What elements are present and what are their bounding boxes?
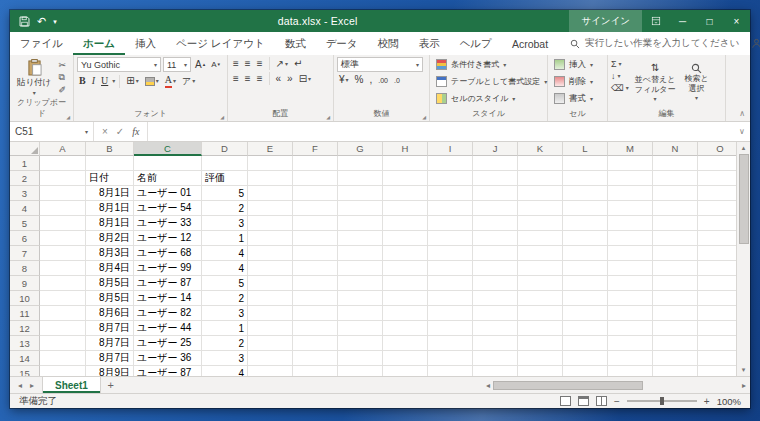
cell-J6[interactable]	[473, 231, 518, 246]
bold-icon[interactable]: B	[77, 75, 88, 87]
sheet-tab-Sheet1[interactable]: Sheet1	[42, 377, 101, 393]
cell-A15[interactable]	[40, 366, 86, 376]
cell-N12[interactable]	[653, 321, 698, 336]
maximize-button[interactable]: □	[696, 10, 723, 32]
align-top-icon[interactable]: ≡	[231, 58, 241, 70]
cell-N10[interactable]	[653, 291, 698, 306]
fill-color-icon[interactable]: ▾	[143, 76, 161, 87]
ribbon-display-options-button[interactable]	[642, 10, 669, 32]
cell-E3[interactable]	[248, 186, 293, 201]
cell-A11[interactable]	[40, 306, 86, 321]
cell-D14[interactable]: 3	[202, 351, 248, 366]
cell-K10[interactable]	[518, 291, 563, 306]
comma-format-icon[interactable]: ,	[367, 74, 374, 86]
font-size-combo[interactable]: 11▾	[163, 57, 191, 72]
cell-K1[interactable]	[518, 156, 563, 171]
cell-F8[interactable]	[293, 261, 338, 276]
formula-bar-expand-icon[interactable]: ∨	[734, 122, 750, 141]
cell-J9[interactable]	[473, 276, 518, 291]
decrease-decimal-icon[interactable]: .0	[392, 76, 402, 85]
row-header-15[interactable]: 15	[10, 366, 40, 376]
cell-M2[interactable]	[608, 171, 653, 186]
scroll-up-icon[interactable]: ▴	[742, 144, 746, 152]
scroll-down-icon[interactable]: ▾	[742, 366, 746, 374]
new-sheet-button[interactable]: +	[101, 377, 121, 393]
copy-icon[interactable]: ⧉	[58, 72, 66, 83]
cell-F2[interactable]	[293, 171, 338, 186]
minimize-button[interactable]: ─	[669, 10, 696, 32]
cell-D3[interactable]: 5	[202, 186, 248, 201]
cell-styles-button[interactable]: セルのスタイル▾	[433, 91, 544, 106]
cell-J8[interactable]	[473, 261, 518, 276]
alignment-dialog-launcher[interactable]: ◢	[326, 114, 330, 120]
cell-H13[interactable]	[383, 336, 428, 351]
cell-N2[interactable]	[653, 171, 698, 186]
font-dialog-launcher[interactable]: ◢	[220, 114, 224, 120]
paste-button[interactable]: 貼り付け ▾	[13, 57, 55, 96]
cell-I9[interactable]	[428, 276, 473, 291]
cell-M5[interactable]	[608, 216, 653, 231]
sort-filter-button[interactable]: ⇅ 並べ替えと フィルター ▾	[632, 57, 679, 107]
cell-A2[interactable]	[40, 171, 86, 186]
cell-A5[interactable]	[40, 216, 86, 231]
cell-J12[interactable]	[473, 321, 518, 336]
cell-K12[interactable]	[518, 321, 563, 336]
cell-B9[interactable]: 8月5日	[86, 276, 134, 291]
insert-function-icon[interactable]: fx	[132, 126, 139, 137]
cell-I7[interactable]	[428, 246, 473, 261]
cell-E9[interactable]	[248, 276, 293, 291]
cell-N1[interactable]	[653, 156, 698, 171]
cell-B8[interactable]: 8月4日	[86, 261, 134, 276]
column-header-D[interactable]: D	[202, 142, 248, 156]
decrease-indent-icon[interactable]: «	[274, 73, 284, 85]
cell-E1[interactable]	[248, 156, 293, 171]
orientation-icon[interactable]: ↗▾	[274, 58, 290, 70]
cell-D1[interactable]	[202, 156, 248, 171]
cell-M6[interactable]	[608, 231, 653, 246]
cell-M7[interactable]	[608, 246, 653, 261]
cell-L6[interactable]	[563, 231, 608, 246]
cell-E4[interactable]	[248, 201, 293, 216]
page-break-view-icon[interactable]	[596, 396, 607, 406]
cell-H10[interactable]	[383, 291, 428, 306]
cell-B3[interactable]: 8月1日	[86, 186, 134, 201]
cell-E11[interactable]	[248, 306, 293, 321]
vertical-scroll-thumb[interactable]	[739, 154, 749, 244]
number-dialog-launcher[interactable]: ◢	[422, 114, 426, 120]
cell-E14[interactable]	[248, 351, 293, 366]
cell-B5[interactable]: 8月1日	[86, 216, 134, 231]
tab-挿入[interactable]: 挿入	[125, 32, 166, 55]
decrease-font-size-icon[interactable]: A▾	[209, 60, 222, 70]
cell-D15[interactable]: 4	[202, 366, 248, 376]
column-header-N[interactable]: N	[653, 142, 698, 156]
cell-O11[interactable]	[698, 306, 736, 321]
cell-C11[interactable]: ユーザー 82	[134, 306, 202, 321]
cell-H7[interactable]	[383, 246, 428, 261]
cell-O4[interactable]	[698, 201, 736, 216]
cell-C12[interactable]: ユーザー 44	[134, 321, 202, 336]
cell-B11[interactable]: 8月6日	[86, 306, 134, 321]
borders-icon[interactable]: ⊞▾	[124, 75, 140, 87]
share-button[interactable]: 共有	[751, 37, 760, 51]
cell-D9[interactable]: 5	[202, 276, 248, 291]
cell-J4[interactable]	[473, 201, 518, 216]
cell-F15[interactable]	[293, 366, 338, 376]
cell-O6[interactable]	[698, 231, 736, 246]
cell-C1[interactable]	[134, 156, 202, 171]
cell-N15[interactable]	[653, 366, 698, 376]
cell-B15[interactable]: 8月9日	[86, 366, 134, 376]
cell-H9[interactable]	[383, 276, 428, 291]
cell-M15[interactable]	[608, 366, 653, 376]
cell-O13[interactable]	[698, 336, 736, 351]
cell-E5[interactable]	[248, 216, 293, 231]
zoom-slider[interactable]	[627, 400, 697, 402]
cell-A6[interactable]	[40, 231, 86, 246]
cell-B4[interactable]: 8月1日	[86, 201, 134, 216]
cell-C3[interactable]: ユーザー 01	[134, 186, 202, 201]
normal-view-icon[interactable]	[560, 396, 571, 406]
cell-B1[interactable]	[86, 156, 134, 171]
cell-D7[interactable]: 4	[202, 246, 248, 261]
cell-F4[interactable]	[293, 201, 338, 216]
row-header-13[interactable]: 13	[10, 336, 40, 351]
column-header-M[interactable]: M	[608, 142, 653, 156]
